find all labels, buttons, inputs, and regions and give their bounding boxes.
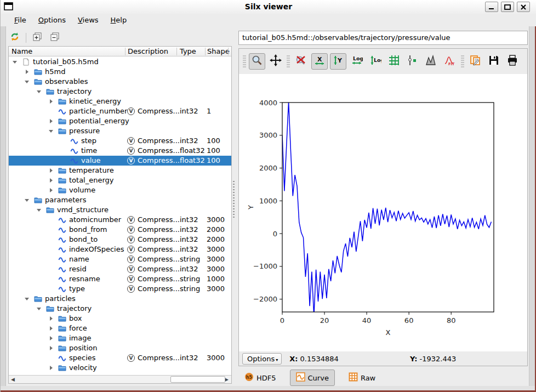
tree-row-particles[interactable]: particles (9, 294, 231, 304)
tree-row-total_energy[interactable]: total_energy (9, 175, 231, 185)
panel-splitter[interactable] (233, 181, 235, 219)
tree-row-vmd_structure[interactable]: vmd_structure (9, 205, 231, 215)
expander-open-icon[interactable] (12, 59, 19, 65)
expander-closed-icon[interactable] (24, 69, 31, 75)
node-name: observables (45, 77, 88, 86)
svg-text:Log: Log (374, 57, 381, 63)
tree-row-position[interactable]: position (9, 343, 231, 353)
save-button[interactable] (486, 53, 502, 70)
refresh-button[interactable] (8, 31, 21, 44)
tree-row-kinetic_energy[interactable]: kinetic_energy (9, 96, 231, 106)
tree-row-velocity[interactable]: velocity (9, 363, 231, 373)
copy-button[interactable] (467, 53, 483, 70)
tree-horizontal-scrollbar[interactable]: ◀ ▶ (9, 375, 231, 383)
tree-row-atomicnumber[interactable]: atomicnumberVCompress...int323000 (9, 215, 231, 225)
zoom-mode-button[interactable] (249, 53, 265, 70)
column-shape[interactable]: Shape (207, 47, 230, 55)
tree-column-header[interactable]: Name Description Type Shape (9, 47, 231, 56)
minimize-button[interactable] (485, 2, 498, 12)
tab-raw[interactable]: Raw (343, 370, 381, 386)
pan-mode-button[interactable] (267, 53, 284, 70)
expander-open-icon[interactable] (48, 128, 55, 134)
menu-views[interactable]: Views (73, 14, 104, 26)
scroll-left-arrow[interactable]: ◀ (10, 377, 16, 383)
tree-row-force[interactable]: force (9, 323, 231, 333)
tree-row-trajectory[interactable]: trajectory (9, 87, 231, 96)
reset-zoom-button[interactable] (293, 53, 309, 70)
tree-row-name[interactable]: nameVCompress...string3000 (9, 254, 231, 264)
node-description: Compress... (138, 235, 180, 243)
expander-open-icon[interactable] (24, 78, 31, 85)
tree-row-bond_from[interactable]: bond_fromVCompress...int322000 (9, 225, 231, 235)
curve-icon (70, 147, 78, 155)
close-button[interactable] (517, 2, 530, 12)
x-log-button[interactable]: Log (349, 53, 365, 70)
tree-row-resname[interactable]: resnameVCompress...string1000 (9, 274, 231, 284)
expander-closed-icon[interactable] (48, 365, 55, 371)
tree-row-observables[interactable]: observables (9, 77, 231, 87)
tree-row-box[interactable]: box (9, 314, 231, 323)
curve-icon (58, 354, 66, 362)
scrollbar-thumb[interactable] (170, 376, 225, 383)
expander-open-icon[interactable] (24, 197, 31, 203)
vds-badge-icon: V (127, 107, 135, 115)
expander-closed-icon[interactable] (48, 187, 55, 194)
tree-row-trajectory[interactable]: trajectory (9, 304, 231, 314)
collapse-all-button[interactable] (48, 31, 61, 44)
column-type[interactable]: Type (180, 47, 196, 55)
y-autoscale-button[interactable]: Y (330, 53, 346, 70)
tree-row-value[interactable]: valueVCompress...float32100 (9, 156, 231, 166)
print-button[interactable] (504, 53, 521, 70)
expander-open-icon[interactable] (36, 88, 43, 95)
menu-file[interactable]: File (9, 14, 31, 26)
tree-row-parameters[interactable]: parameters (9, 195, 231, 205)
tree-row-time[interactable]: timeVCompress...float32100 (9, 146, 231, 156)
expander-closed-icon[interactable] (48, 167, 55, 174)
expander-closed-icon[interactable] (48, 98, 55, 105)
column-name[interactable]: Name (12, 47, 32, 55)
tree-row-resid[interactable]: residVCompress...int323000 (9, 264, 231, 274)
expander-closed-icon[interactable] (48, 315, 55, 322)
tree-row-bond_to[interactable]: bond_toVCompress...int322000 (9, 235, 231, 245)
expander-closed-icon[interactable] (48, 345, 55, 351)
expander-closed-icon[interactable] (48, 335, 55, 342)
expander-closed-icon[interactable] (48, 325, 55, 332)
expand-all-button[interactable] (31, 31, 44, 44)
tree-row-species[interactable]: speciesVCompress...int323000 (9, 353, 231, 363)
column-description[interactable]: Description (128, 47, 168, 55)
menu-help[interactable]: Help (106, 14, 132, 26)
tree-row-indexOfSpecies[interactable]: indexOfSpeciesVCompress...int323000 (9, 245, 231, 254)
node-name: pressure (69, 127, 100, 135)
tree-row-h5md[interactable]: h5md (9, 67, 231, 77)
tree-row-type[interactable]: typeVCompress...string3000 (9, 284, 231, 294)
tree-row-pressure[interactable]: pressure (9, 126, 231, 136)
grid-button[interactable] (386, 53, 402, 70)
tree-row-tutorial_b05.h5md[interactable]: tutorial_b05.h5md (9, 57, 231, 67)
x-autoscale-button[interactable]: X (311, 53, 328, 70)
plot-canvas[interactable]: −2000−100001000200030004000020406080XY (239, 74, 527, 351)
file-icon (22, 58, 30, 66)
tree-row-temperature[interactable]: temperature (9, 166, 231, 175)
tree-row-volume[interactable]: volume (9, 185, 231, 195)
expander-open-icon[interactable] (36, 305, 43, 312)
expander-closed-icon[interactable] (48, 118, 55, 124)
histogram-button[interactable] (423, 53, 440, 70)
y-log-button[interactable]: Log (367, 53, 384, 70)
tree-row-step[interactable]: stepVCompress...int32100 (9, 136, 231, 146)
expander-closed-icon[interactable] (48, 177, 55, 184)
fit-button[interactable]: FIT (442, 53, 458, 70)
tree-row-potential_energy[interactable]: potential_energy (9, 116, 231, 126)
node-type: float32 (180, 146, 205, 155)
maximize-button[interactable] (501, 2, 514, 12)
expander-open-icon[interactable] (36, 207, 43, 213)
tree-row-particle_number[interactable]: particle_numberVCompress...int321 (9, 106, 231, 116)
menu-options[interactable]: Options (33, 14, 71, 26)
tab-curve[interactable]: Curve (290, 370, 335, 386)
curve-style-button[interactable] (404, 53, 421, 70)
tab-hdf5[interactable]: h5HDF5 (238, 370, 282, 386)
vds-badge-icon: V (127, 147, 135, 155)
tree-row-image[interactable]: image (9, 333, 231, 343)
title-bar: Silx viewer (1, 0, 536, 14)
options-button[interactable]: Options ▾ (242, 353, 282, 365)
expander-open-icon[interactable] (24, 296, 31, 302)
